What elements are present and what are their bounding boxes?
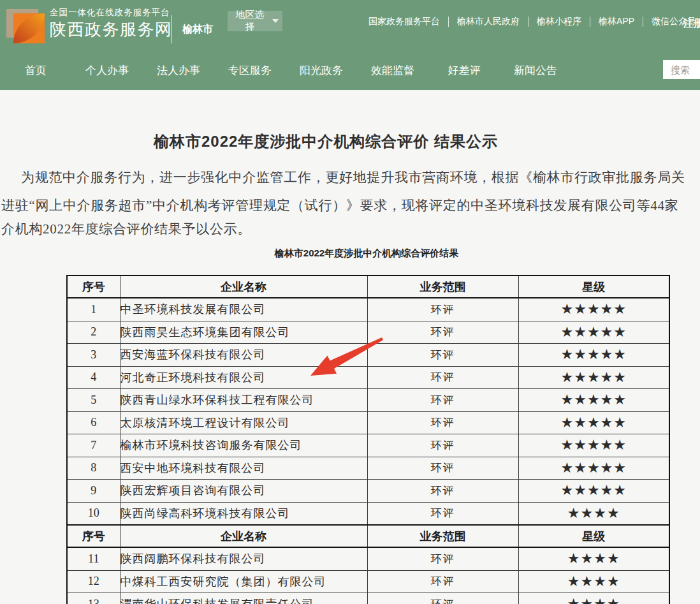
table-row: 4河北奇正环境科技有限公司环评★★★★★ (67, 366, 669, 389)
current-city-label: 榆林市 (182, 23, 213, 36)
business-scope-cell: 环评 (367, 480, 518, 503)
column-header: 业务范围 (367, 276, 518, 298)
row-number-cell: 1 (67, 298, 120, 321)
nav-item-个人办事[interactable]: 个人办事 (71, 56, 143, 85)
company-name-cell: 陕西青山绿水环保科技工程有限公司 (120, 389, 367, 412)
row-number-cell: 2 (67, 321, 120, 344)
top-link[interactable]: 榆林小程序 (537, 16, 581, 27)
top-link[interactable]: 榆林APP (599, 16, 634, 27)
top-link[interactable]: 榆林市人民政府 (457, 16, 520, 27)
paragraph-line: 介机构2022年度综合评价结果予以公示。 (1, 220, 251, 238)
business-scope-cell: 环评 (367, 434, 518, 457)
business-scope-cell: 环评 (367, 411, 518, 434)
table-row: 5陕西青山绿水环保科技工程有限公司环评★★★★★ (67, 389, 669, 412)
row-number-cell: 13 (67, 593, 120, 604)
company-name-cell: 榆林市环境科技咨询服务有限公司 (120, 434, 367, 457)
row-number-cell: 5 (67, 389, 120, 412)
main-nav: 首页个人办事法人办事专区服务阳光政务效能监督好差评新闻公告 (0, 56, 571, 85)
nav-item-专区服务[interactable]: 专区服务 (214, 56, 286, 85)
business-scope-cell: 环评 (367, 547, 518, 570)
paragraph-line: 进驻“网上中介服务超市”中介机构考评管理规定（试行）》要求，现将评定的中圣环境科… (1, 196, 678, 214)
table-row: 3西安海蓝环保科技有限公司环评★★★★★ (67, 344, 669, 367)
row-number-cell: 7 (67, 434, 120, 457)
company-name-cell: 中圣环境科技发展有限公司 (120, 298, 367, 321)
column-header: 星级 (518, 525, 669, 547)
table-row: 9陕西宏辉项目咨询有限公司环评★★★★★ (67, 480, 669, 503)
row-number-cell: 3 (67, 344, 120, 367)
business-scope-cell: 环评 (367, 389, 518, 412)
external-links-bar: 国家政务服务平台榆林市人民政府榆林小程序榆林APP微信公众号 (368, 16, 696, 27)
nav-item-首页[interactable]: 首页 (0, 56, 71, 85)
platform-name: 全国一体化在线政务服务平台 (50, 7, 170, 18)
row-number-cell: 4 (67, 366, 120, 389)
table-row: 12中煤科工西安研究院（集团）有限公司环评★★★★ (67, 570, 669, 593)
nav-item-阳光政务[interactable]: 阳光政务 (286, 56, 357, 85)
star-rating-cell: ★★★★ (518, 502, 669, 525)
business-scope-cell: 环评 (367, 321, 518, 344)
nav-item-效能监督[interactable]: 效能监督 (357, 56, 428, 85)
nav-item-新闻公告[interactable]: 新闻公告 (500, 56, 571, 85)
star-rating-cell: ★★★★★ (518, 321, 669, 344)
business-scope-cell: 环评 (367, 366, 518, 389)
table-row: 2陕西雨昊生态环境集团有限公司环评★★★★★ (67, 321, 669, 344)
business-scope-cell: 环评 (367, 593, 518, 604)
row-number-cell: 9 (67, 480, 120, 503)
table-row: 7榆林市环境科技咨询服务有限公司环评★★★★★ (67, 434, 669, 457)
column-header: 序号 (67, 276, 120, 298)
top-banner: 全国一体化在线政务服务平台 陕西政务服务网 榆林市 地区选择 国家政务服务平台榆… (0, 0, 700, 90)
star-rating-cell: ★★★★ (518, 570, 669, 593)
column-header: 业务范围 (367, 525, 518, 547)
page-title: 榆林市2022年度涉批中介机构综合评价 结果公示 (0, 131, 652, 152)
table-row: 11陕西阔鹏环保科技有限公司环评★★★★ (67, 547, 669, 570)
nav-item-法人办事[interactable]: 法人办事 (143, 56, 214, 85)
business-scope-cell: 环评 (367, 570, 518, 593)
star-rating-cell: ★★★★★ (518, 434, 669, 457)
chevron-down-icon (272, 19, 279, 23)
search-box (663, 60, 700, 79)
register-link[interactable]: 注册 (683, 17, 700, 31)
paragraph-line: 为规范中介服务行为，进一步强化中介监管工作，更好地提升我市营商环境，根据《榆林市… (1, 168, 685, 186)
link-separator (528, 17, 529, 27)
column-header: 星级 (518, 276, 669, 298)
business-scope-cell: 环评 (367, 502, 518, 525)
table-row: 6太原核清环境工程设计有限公司环评★★★★★ (67, 411, 669, 434)
link-separator (448, 17, 449, 27)
nav-item-好差评[interactable]: 好差评 (428, 56, 500, 85)
brand-divider (171, 15, 171, 43)
company-name-cell: 西安中地环境科技有限公司 (120, 457, 367, 480)
company-name-cell: 西安海蓝环保科技有限公司 (120, 344, 367, 367)
table-row: 1中圣环境科技发展有限公司环评★★★★★ (67, 298, 669, 321)
star-rating-cell: ★★★★ (518, 593, 669, 604)
row-number-cell: 12 (67, 570, 120, 593)
star-rating-cell: ★★★★★ (518, 366, 669, 389)
top-link[interactable]: 国家政务服务平台 (368, 16, 440, 27)
star-rating-cell: ★★★★★ (518, 389, 669, 412)
region-select-button[interactable]: 地区选择 (228, 11, 282, 31)
business-scope-cell: 环评 (367, 344, 518, 367)
business-scope-cell: 环评 (367, 298, 518, 321)
site-logo-icon[interactable] (5, 4, 46, 45)
column-header: 企业名称 (120, 276, 367, 298)
table-row: 10陕西尚绿高科环境科技有限公司环评★★★★ (67, 502, 669, 525)
row-number-cell: 6 (67, 411, 120, 434)
evaluation-results-table: 序号企业名称业务范围星级1中圣环境科技发展有限公司环评★★★★★2陕西雨昊生态环… (66, 275, 670, 604)
region-select-label: 地区选择 (231, 9, 268, 33)
link-separator (590, 17, 590, 27)
link-separator (643, 17, 643, 27)
column-header: 企业名称 (120, 525, 367, 547)
table-header-row: 序号企业名称业务范围星级 (67, 276, 669, 298)
star-rating-cell: ★★★★★ (518, 411, 669, 434)
search-input[interactable] (663, 60, 700, 79)
column-header: 序号 (67, 525, 120, 547)
table-row: 8西安中地环境科技有限公司环评★★★★★ (67, 457, 669, 480)
table-caption: 榆林市2022年度涉批中介机构综合评价结果 (0, 247, 700, 260)
company-name-cell: 陕西阔鹏环保科技有限公司 (120, 547, 367, 570)
company-name-cell: 陕西雨昊生态环境集团有限公司 (120, 321, 367, 344)
company-name-cell: 太原核清环境工程设计有限公司 (120, 411, 367, 434)
star-rating-cell: ★★★★★ (518, 344, 669, 367)
star-rating-cell: ★★★★ (518, 547, 669, 570)
star-rating-cell: ★★★★★ (518, 457, 669, 480)
row-number-cell: 8 (67, 457, 120, 480)
row-number-cell: 10 (67, 502, 120, 525)
company-name-cell: 中煤科工西安研究院（集团）有限公司 (120, 570, 367, 593)
